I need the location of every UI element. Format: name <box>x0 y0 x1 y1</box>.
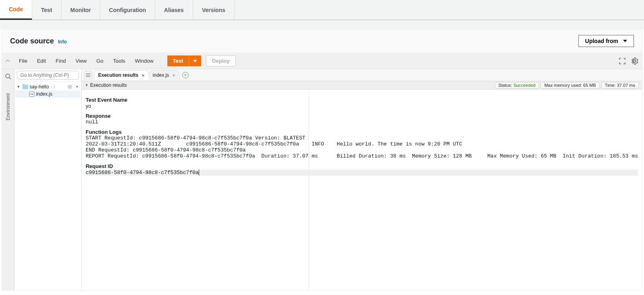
collapse-arrow-icon[interactable] <box>5 59 13 63</box>
response-label: Response <box>86 113 638 119</box>
test-button[interactable]: Test <box>167 55 189 66</box>
editor-tab-results-label: Execution results <box>98 72 138 78</box>
tree-file-row[interactable]: index.js <box>15 90 80 98</box>
tab-list-icon[interactable] <box>84 71 92 79</box>
gear-icon[interactable] <box>630 57 639 66</box>
upload-from-label: Upload from <box>585 38 618 44</box>
tab-monitor[interactable]: Monitor <box>62 0 100 20</box>
add-tab-icon[interactable]: + <box>182 72 189 78</box>
upload-from-button[interactable]: Upload from <box>578 35 634 47</box>
goto-anything-wrap <box>14 69 81 82</box>
test-button-group: Test <box>167 55 202 66</box>
status-value: Succeeded <box>513 83 535 88</box>
memory-value: 65 MB <box>583 83 596 88</box>
folder-icon <box>23 85 28 89</box>
exec-bar-caret-icon[interactable]: ▼ <box>85 83 88 87</box>
svg-point-3 <box>30 94 31 95</box>
tab-test[interactable]: Test <box>32 0 62 20</box>
tree-gear-caret[interactable]: ▼ <box>75 85 79 89</box>
tree-caret-icon[interactable]: ▼ <box>17 85 21 89</box>
time-label: Time: <box>605 83 617 88</box>
memory-label: Max memory used: <box>544 83 583 88</box>
status-label: Status: <box>498 83 513 88</box>
menu-tools[interactable]: Tools <box>109 56 129 66</box>
editor-tab-results[interactable]: Execution results × <box>94 70 149 80</box>
environment-rail-label[interactable]: Environment <box>5 93 11 120</box>
svg-point-4 <box>32 94 33 95</box>
tree-gear-icon[interactable] <box>67 84 73 90</box>
tree-file-label: index.js <box>36 91 53 97</box>
panel-title: Code source Info <box>10 37 67 45</box>
ide-left-rail: Environment <box>2 69 14 290</box>
svg-rect-2 <box>29 92 34 96</box>
svg-point-0 <box>6 74 10 78</box>
tab-aliases[interactable]: Aliases <box>155 0 193 20</box>
request-id-label: Request ID <box>86 163 638 169</box>
tab-code[interactable]: Code <box>0 0 32 20</box>
deploy-button[interactable]: Deploy <box>206 55 235 66</box>
function-logs-label: Function Logs <box>86 129 638 135</box>
menu-go[interactable]: Go <box>93 56 107 66</box>
time-pill: Time: 37.07 ms <box>601 82 639 88</box>
menu-edit[interactable]: Edit <box>33 56 50 66</box>
time-value: 37.07 ms <box>617 83 635 88</box>
ide-menubar: File Edit Find View Go Tools Window Test… <box>2 53 642 69</box>
tab-configuration[interactable]: Configuration <box>100 0 155 20</box>
memory-pill: Max memory used: 65 MB <box>541 82 599 88</box>
ide-main: Execution results × index.js × + ▼ Execu… <box>82 69 642 290</box>
test-button-caret[interactable] <box>189 55 201 66</box>
function-logs-value: START RequestId: c9915686-58f0-4794-98c8… <box>86 135 638 159</box>
js-file-icon <box>29 91 35 97</box>
menu-find[interactable]: Find <box>51 56 70 66</box>
execution-result-body[interactable]: Test Event Name yo Response null Functio… <box>82 90 642 290</box>
close-icon[interactable]: × <box>172 72 175 78</box>
editor-tabs: Execution results × index.js × + <box>82 69 642 81</box>
exec-bar-title: Execution results <box>90 82 127 88</box>
test-event-name-value: yo <box>86 103 638 109</box>
editor-tab-file-label: index.js <box>153 72 169 78</box>
editor-tab-file[interactable]: index.js × <box>148 70 180 80</box>
test-event-name-label: Test Event Name <box>86 97 638 103</box>
ide-frame: File Edit Find View Go Tools Window Test… <box>2 53 642 290</box>
caret-down-icon <box>193 60 197 62</box>
panel-header: Code source Info Upload from <box>2 29 642 53</box>
status-pill: Status: Succeeded <box>495 82 539 88</box>
panel-title-text: Code source <box>10 37 54 45</box>
goto-anything-input[interactable] <box>17 71 79 80</box>
svg-point-1 <box>69 86 71 88</box>
menu-window[interactable]: Window <box>131 56 157 66</box>
tree-root-row[interactable]: ▼ say-hello - / ▼ <box>15 83 80 90</box>
response-value: null <box>86 119 638 125</box>
tab-versions[interactable]: Versions <box>193 0 235 20</box>
execution-results-bar: ▼ Execution results Status: Succeeded Ma… <box>82 81 642 90</box>
info-link[interactable]: Info <box>58 39 67 45</box>
file-tree-sidebar: ▼ say-hello - / ▼ index.js <box>14 69 82 290</box>
menu-file[interactable]: File <box>15 56 31 66</box>
search-icon[interactable] <box>3 72 13 81</box>
text-cursor <box>199 170 199 176</box>
request-id-value: c9915686-58f0-4794-98c8-c7f535bc7f0a <box>86 170 638 176</box>
close-icon[interactable]: × <box>142 72 145 78</box>
code-source-panel: Code source Info Upload from File Edit F… <box>2 29 642 291</box>
fullscreen-icon[interactable] <box>618 57 627 66</box>
menu-view[interactable]: View <box>72 56 91 66</box>
main-tabs: Code Test Monitor Configuration Aliases … <box>0 0 644 20</box>
ide-body: Environment ▼ say-hello - / ▼ <box>2 69 642 290</box>
file-tree: ▼ say-hello - / ▼ index.js <box>14 82 81 99</box>
tree-root-suffix: - / <box>51 84 55 90</box>
tree-root-label: say-hello <box>30 84 49 90</box>
caret-down-icon <box>623 40 627 42</box>
editor-split-divider[interactable] <box>309 90 309 290</box>
